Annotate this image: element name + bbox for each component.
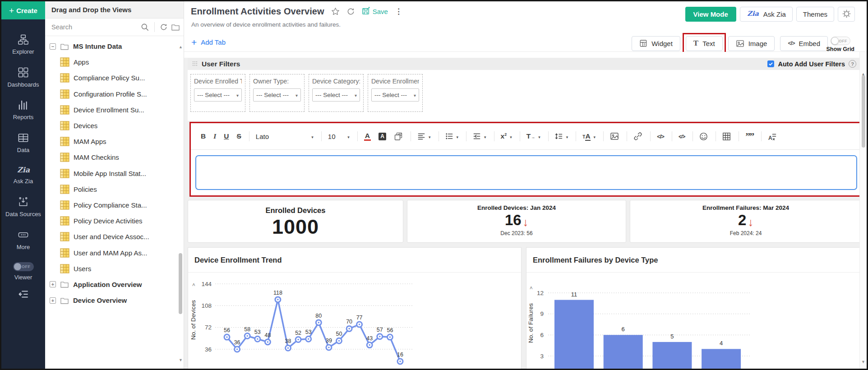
sidebar-item-reports[interactable]: Reports xyxy=(1,99,45,121)
text-case-button[interactable]: TA xyxy=(582,132,596,140)
add-tab-button[interactable]: Add Tab xyxy=(191,37,226,47)
themes-button[interactable]: Themes xyxy=(796,7,834,22)
sidebar-item-explorer[interactable]: Explorer xyxy=(1,34,45,56)
kpi-widget[interactable]: Enrollment Failures: Mar 20242↓Feb 2024:… xyxy=(630,200,862,243)
insert-text-button[interactable]: TText xyxy=(686,36,723,51)
tree-table-item[interactable]: Mobile App Install Stat... xyxy=(45,166,178,181)
font-family-button[interactable]: Lato xyxy=(256,132,314,140)
tree-table-item[interactable]: Policy Compliance Sta... xyxy=(45,197,178,213)
superscript-button[interactable]: x2 xyxy=(501,132,512,140)
help-icon[interactable]: ? xyxy=(849,60,856,68)
sidebar-item-ask-zia[interactable]: ZiaAsk Zia xyxy=(1,165,45,185)
sidebar-item-data[interactable]: Data xyxy=(1,132,45,154)
tree-folder[interactable]: +Application Overview xyxy=(45,277,178,292)
line-chart-widget[interactable]: Device Enrollment Trend 3672108144No. of… xyxy=(188,247,522,370)
list-button[interactable] xyxy=(445,132,459,140)
search-input[interactable] xyxy=(51,23,138,31)
bold-button[interactable]: B xyxy=(201,132,206,140)
tree-table-item[interactable]: User and Device Assoc... xyxy=(45,229,178,245)
tree-table-item[interactable]: Policies xyxy=(45,181,178,197)
toggle-knob xyxy=(14,263,21,270)
sidebar-item-data-sources[interactable]: Data Sources xyxy=(1,196,45,218)
auto-add-user-filters-checkbox[interactable] xyxy=(767,60,774,67)
scroll-down-arrow[interactable] xyxy=(179,355,183,363)
kpi-widget[interactable]: Enrolled Devices: Jan 202416↓Dec 2023: 5… xyxy=(407,200,626,243)
tree-table-item[interactable]: Compliance Policy Su... xyxy=(45,70,178,86)
favorite-star-icon[interactable] xyxy=(331,7,340,16)
text-direction-button[interactable]: T→ xyxy=(526,132,540,140)
code-view-button[interactable]: </> xyxy=(657,133,664,140)
insert-table-button[interactable] xyxy=(722,132,731,141)
tree-table-label: Apps xyxy=(74,58,89,66)
tree-table-item[interactable]: MAM Apps xyxy=(45,134,178,149)
refresh-icon[interactable] xyxy=(346,7,355,16)
clear-format-button[interactable]: A xyxy=(768,132,777,141)
font-color-button[interactable]: A xyxy=(364,132,371,141)
line-spacing-button[interactable] xyxy=(555,132,568,140)
underline-button[interactable]: U xyxy=(224,132,229,140)
viewer-toggle[interactable]: OFF xyxy=(13,262,34,271)
tree-table-item[interactable]: Device Enrollment Su... xyxy=(45,102,178,118)
insert-link-button[interactable] xyxy=(633,132,642,141)
user-filter[interactable]: Owner Type:--- Select --- xyxy=(249,74,305,112)
filter-select[interactable]: --- Select --- xyxy=(194,88,242,102)
emoji-button[interactable] xyxy=(699,132,708,141)
scroll-down-arrow[interactable] xyxy=(860,357,867,365)
user-filters-widget[interactable]: User Filters Auto Add User Filters ? Dev… xyxy=(188,58,862,121)
tree-folder[interactable]: −MS Intune Data xyxy=(45,38,178,54)
panel-scrollbar-thumb[interactable] xyxy=(179,253,182,314)
insert-embed-button[interactable]: </>Embed xyxy=(780,36,828,51)
save-button[interactable]: * Save xyxy=(362,6,388,17)
settings-button[interactable] xyxy=(838,7,855,22)
user-filter[interactable]: Device Enrolled Ti...--- Select --- xyxy=(190,74,245,112)
svg-text:A: A xyxy=(768,134,772,141)
align-button[interactable] xyxy=(417,132,431,140)
bar-chart-widget[interactable]: Enrollment Failures by Device Type 36912… xyxy=(526,247,862,370)
tree-table-item[interactable]: Users xyxy=(45,261,178,277)
chevron-down-icon xyxy=(538,132,540,140)
scroll-up-arrow[interactable] xyxy=(179,42,183,50)
show-grid-toggle[interactable]: OFF xyxy=(831,37,850,45)
ask-zia-button[interactable]: Zia Ask Zia xyxy=(740,7,793,22)
folder-view-icon[interactable] xyxy=(171,23,180,31)
highlight-color-button[interactable]: A xyxy=(379,133,386,140)
user-filter[interactable]: Device Enrollment...--- Select --- xyxy=(368,74,423,112)
view-mode-button[interactable]: View Mode xyxy=(685,7,736,22)
collapse-sidebar-icon[interactable] xyxy=(1,288,45,299)
widget-icon xyxy=(639,39,647,47)
tree-table-item[interactable]: Policy Device Activities xyxy=(45,213,178,229)
more-options-icon[interactable] xyxy=(395,7,402,16)
tree-table-item[interactable]: Devices xyxy=(45,118,178,134)
drag-handle-icon[interactable] xyxy=(192,60,198,68)
tree-table-item[interactable]: MAM Checkins xyxy=(45,149,178,165)
italic-button[interactable]: I xyxy=(213,132,216,140)
expand-node-icon[interactable]: + xyxy=(50,281,56,287)
outdent-button[interactable] xyxy=(473,132,486,140)
filter-select[interactable]: --- Select --- xyxy=(312,88,360,102)
font-size-button[interactable]: 10 xyxy=(328,132,350,140)
insert-widget-button[interactable]: Widget xyxy=(632,36,680,51)
filter-select[interactable]: --- Select --- xyxy=(253,88,301,102)
expand-node-icon[interactable]: + xyxy=(50,297,56,304)
blockquote-button[interactable]: ”” xyxy=(745,133,753,139)
tree-table-item[interactable]: User and MAM App As... xyxy=(45,245,178,260)
canvas-scrollbar-thumb[interactable] xyxy=(862,75,865,148)
tree-table-item[interactable]: Apps xyxy=(45,54,178,70)
create-button[interactable]: Create xyxy=(1,1,45,19)
collapse-node-icon[interactable]: − xyxy=(50,43,56,50)
format-painter-button[interactable] xyxy=(394,132,403,141)
strikethrough-button[interactable]: S xyxy=(236,132,241,140)
reload-icon[interactable] xyxy=(160,23,168,31)
sidebar-item-dashboards[interactable]: Dashboards xyxy=(1,67,45,88)
insert-image-button[interactable] xyxy=(610,132,619,141)
sidebar-item-more[interactable]: More xyxy=(1,229,45,251)
text-editor-input[interactable] xyxy=(195,155,857,190)
insert-image-button[interactable]: Image xyxy=(728,36,775,51)
kpi-widget[interactable]: Enrolled Devices1000 xyxy=(188,200,403,243)
user-filter[interactable]: Device Category:--- Select --- xyxy=(309,74,364,112)
tree-folder[interactable]: +Device Overview xyxy=(45,292,178,308)
tree-table-label: MAM Checkins xyxy=(74,153,119,161)
tree-table-item[interactable]: Configuration Profile S... xyxy=(45,86,178,102)
filter-select[interactable]: --- Select --- xyxy=(371,88,419,102)
embed-snippet-button[interactable]: <∕> xyxy=(679,133,685,140)
